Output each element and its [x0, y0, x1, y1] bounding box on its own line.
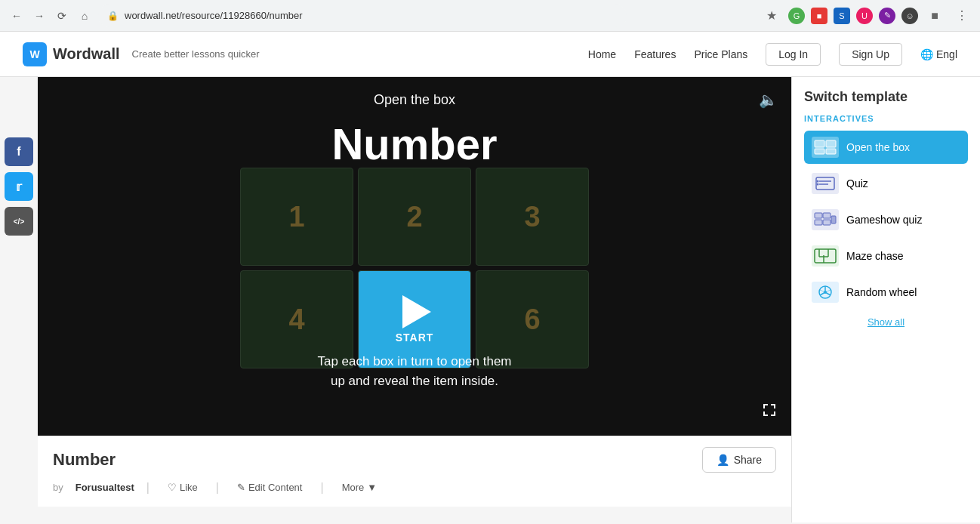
globe-icon: 🌐 — [920, 48, 933, 60]
extension-icon-2[interactable]: ■ — [811, 8, 827, 24]
more-label: More — [342, 482, 365, 493]
svg-point-8 — [817, 183, 819, 186]
browser-chrome: ← → ⟳ ⌂ 🔒 wordwall.net/resource/11928660… — [0, 0, 980, 32]
facebook-share-button[interactable]: f — [5, 137, 33, 166]
svg-rect-14 — [815, 249, 836, 263]
template-item-quiz[interactable]: Quiz — [804, 167, 968, 200]
extensions-icon[interactable]: ■ — [924, 5, 945, 26]
game-activity-type: Open the box — [38, 92, 791, 108]
menu-icon[interactable]: ⋮ — [951, 5, 972, 26]
logo-icon: W — [23, 42, 47, 66]
play-icon — [402, 295, 431, 328]
nav-home[interactable]: Home — [588, 48, 616, 60]
game-description: Tap each box in turn to open them up and… — [38, 352, 791, 390]
template-item-maze-chase[interactable]: Maze chase — [804, 239, 968, 273]
open-the-box-icon — [812, 137, 839, 158]
show-all-link[interactable]: Show all — [804, 316, 968, 328]
nav-price-plans[interactable]: Price Plans — [694, 48, 747, 60]
game-info-bar: Number 👤 Share by Forusualtest | ♡ Like … — [38, 436, 791, 507]
template-item-gameshow-quiz[interactable]: Gameshow quiz — [804, 203, 968, 236]
maze-chase-label: Maze chase — [846, 250, 903, 262]
site-nav: Home Features Price Plans Log In Sign Up… — [588, 43, 957, 66]
maze-chase-icon — [812, 245, 839, 267]
nav-features[interactable]: Features — [634, 48, 676, 60]
gameshow-quiz-icon — [812, 209, 839, 230]
tagline: Create better lessons quicker — [132, 48, 260, 60]
extension-icon-3[interactable]: S — [834, 8, 850, 24]
lock-icon: 🔒 — [107, 11, 119, 21]
quiz-icon — [812, 173, 839, 194]
quiz-label: Quiz — [846, 177, 868, 190]
gameshow-quiz-label: Gameshow quiz — [846, 214, 922, 226]
sidebar: Switch template INTERACTIVES Open the bo… — [791, 77, 980, 522]
like-label: Like — [180, 482, 198, 493]
game-grid: 1 2 3 4 START 6 — [240, 168, 589, 368]
main-area: f 𝕣 </> 🔈 Open the box Number 1 2 3 4 ST… — [0, 77, 980, 522]
login-button[interactable]: Log In — [766, 43, 821, 66]
home-button[interactable]: ⌂ — [76, 7, 94, 25]
pencil-icon: ✎ — [237, 482, 245, 493]
game-section: 🔈 Open the box Number 1 2 3 4 START 6 Ta… — [38, 77, 791, 522]
wordwall-logo[interactable]: W Wordwall — [23, 42, 120, 66]
switch-template-heading: Switch template — [804, 89, 968, 105]
embed-button[interactable]: </> — [5, 207, 33, 236]
svg-rect-2 — [815, 149, 824, 154]
game-description-line2: up and reveal the item inside. — [38, 371, 791, 391]
fullscreen-button[interactable] — [761, 402, 778, 422]
browser-right-icons: ★ G ■ S U ✎ ☺ ■ ⋮ — [761, 5, 972, 26]
game-info-bottom: by Forusualtest | ♡ Like | ✎ Edit Conten… — [53, 479, 776, 496]
star-icon[interactable]: ★ — [761, 5, 782, 26]
svg-rect-3 — [826, 149, 836, 154]
refresh-button[interactable]: ⟳ — [53, 7, 71, 25]
template-word: template — [852, 89, 908, 104]
heart-icon: ♡ — [168, 482, 177, 493]
template-item-open-the-box[interactable]: Open the box — [804, 131, 968, 164]
language-selector[interactable]: 🌐 Engl — [920, 48, 957, 60]
box-3[interactable]: 3 — [476, 168, 589, 266]
signup-button[interactable]: Sign Up — [839, 43, 902, 66]
game-resource-display-title: Number — [38, 119, 791, 169]
start-label: START — [396, 331, 434, 344]
game-info-top: Number 👤 Share — [53, 447, 776, 473]
divider-2: | — [216, 481, 219, 495]
extension-icon-5[interactable]: ✎ — [879, 8, 895, 24]
share-button[interactable]: 👤 Share — [702, 447, 776, 473]
address-bar[interactable]: 🔒 wordwall.net/resource/11928660/number — [98, 5, 627, 27]
like-button[interactable]: ♡ Like — [162, 479, 204, 496]
lang-text: Engl — [936, 48, 957, 60]
svg-rect-1 — [826, 140, 836, 147]
svg-rect-11 — [815, 220, 822, 225]
random-wheel-label: Random wheel — [846, 286, 917, 298]
game-container[interactable]: 🔈 Open the box Number 1 2 3 4 START 6 Ta… — [38, 77, 791, 436]
game-description-line1: Tap each box in turn to open them — [38, 352, 791, 371]
edit-label: Edit Content — [248, 482, 303, 493]
extension-icon-1[interactable]: G — [788, 8, 805, 24]
logo-text: Wordwall — [53, 45, 120, 63]
by-label: by — [53, 482, 63, 493]
svg-rect-0 — [815, 140, 824, 147]
twitter-share-button[interactable]: 𝕣 — [5, 172, 33, 201]
svg-rect-4 — [816, 177, 834, 190]
random-wheel-icon — [812, 282, 839, 303]
back-button[interactable]: ← — [8, 7, 26, 25]
switch-word: Switch — [804, 89, 848, 104]
forward-button[interactable]: → — [30, 7, 48, 25]
template-item-random-wheel[interactable]: Random wheel — [804, 276, 968, 309]
svg-rect-13 — [831, 216, 836, 223]
social-bar: f 𝕣 </> — [0, 77, 38, 522]
open-the-box-label: Open the box — [846, 141, 910, 153]
divider-3: | — [320, 481, 323, 495]
extension-icon-4[interactable]: U — [856, 8, 873, 24]
author-link[interactable]: Forusualtest — [76, 482, 134, 493]
box-2[interactable]: 2 — [358, 168, 471, 266]
person-icon: 👤 — [717, 454, 729, 466]
edit-content-button[interactable]: ✎ Edit Content — [231, 479, 309, 496]
box-1[interactable]: 1 — [240, 168, 353, 266]
more-button[interactable]: More ▼ — [336, 479, 384, 496]
share-label: Share — [734, 454, 762, 466]
url-text: wordwall.net/resource/11928660/number — [125, 10, 303, 21]
interactives-section-label: INTERACTIVES — [804, 114, 968, 123]
divider-1: | — [146, 481, 149, 495]
game-title-display: Number — [53, 450, 116, 470]
profile-icon[interactable]: ☺ — [901, 8, 918, 24]
